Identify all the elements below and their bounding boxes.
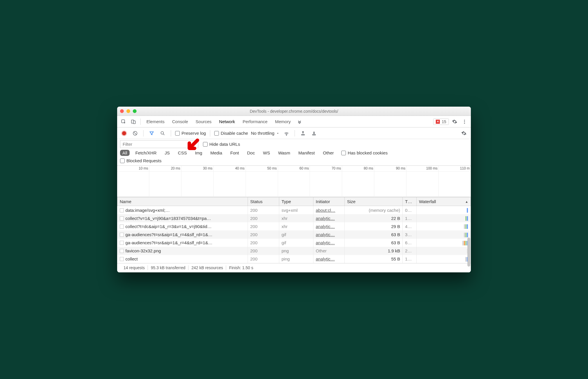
type-filter-all[interactable]: All	[120, 150, 130, 156]
network-conditions-icon[interactable]	[282, 129, 291, 137]
search-icon[interactable]	[159, 129, 167, 137]
tab-memory[interactable]: Memory	[272, 116, 294, 127]
cell-waterfall	[417, 239, 471, 247]
status-finish: Finish: 1.50 s	[226, 265, 256, 270]
cell-initiator[interactable]: analytic…	[313, 255, 345, 263]
checkbox-icon	[214, 131, 219, 136]
column-header-t[interactable]: T…	[403, 197, 417, 206]
kebab-menu-icon[interactable]	[460, 118, 469, 126]
disable-cache-label: Disable cache	[221, 131, 248, 136]
devtools-window: DevTools - developer.chrome.com/docs/dev…	[117, 107, 471, 272]
table-row[interactable]: favicon-32x32.png200pngOther1.9 kB2…	[117, 247, 471, 255]
waterfall-bar	[464, 233, 465, 237]
error-count-badge[interactable]: ✕ 15	[433, 119, 449, 125]
table-row[interactable]: ga-audiences?t=sr&aip=1&_r=4&slf_rd=1&…2…	[117, 239, 471, 247]
type-filter-wasm[interactable]: Wasm	[276, 150, 293, 156]
column-header-name[interactable]: Name	[117, 197, 248, 206]
settings-gear-icon[interactable]	[451, 118, 459, 126]
waterfall-bar	[467, 233, 468, 237]
blocked-requests-checkbox[interactable]: Blocked Requests	[120, 158, 161, 163]
timeline-tick: 50 ms	[246, 166, 278, 171]
cell-time: 3…	[403, 230, 417, 238]
requests-table: NameStatusTypeInitiatorSizeT…Waterfall▲ …	[117, 197, 471, 263]
more-tabs-icon[interactable]	[295, 118, 304, 126]
record-icon	[122, 131, 126, 135]
sort-indicator-icon: ▲	[465, 200, 468, 203]
record-button[interactable]	[120, 129, 128, 137]
file-icon	[120, 225, 124, 229]
file-icon	[120, 249, 124, 253]
tab-network[interactable]: Network	[216, 116, 238, 127]
type-filter-manifest[interactable]: Manifest	[296, 150, 317, 156]
export-har-icon[interactable]	[310, 129, 318, 137]
error-count: 15	[442, 119, 446, 124]
table-row[interactable]: data:image/svg+xml;…200svg+xmlabout:cl…(…	[117, 206, 471, 214]
cell-waterfall	[417, 255, 471, 263]
type-filter-media[interactable]: Media	[208, 150, 224, 156]
window-zoom-button[interactable]	[133, 109, 137, 113]
cell-name: data:image/svg+xml;…	[117, 206, 248, 214]
throttling-dropdown[interactable]: No throttling	[251, 131, 280, 136]
requests-table-wrap: NameStatusTypeInitiatorSizeT…Waterfall▲ …	[117, 197, 471, 263]
cell-initiator[interactable]: analytic…	[313, 222, 345, 230]
table-row[interactable]: collect200pinganalytic…55 B1…	[117, 255, 471, 263]
import-har-icon[interactable]	[299, 129, 307, 137]
cell-initiator[interactable]: analytic…	[313, 214, 345, 222]
waterfall-bar	[467, 208, 468, 213]
preserve-log-checkbox[interactable]: Preserve log	[175, 131, 206, 136]
cell-status: 200	[248, 255, 279, 263]
waterfall-bar	[467, 224, 468, 229]
tab-sources[interactable]: Sources	[193, 116, 215, 127]
cell-type: xhr	[279, 222, 313, 230]
timeline-tick: 100 ms	[406, 166, 439, 171]
cell-type: xhr	[279, 214, 313, 222]
timeline-overview[interactable]: 10 ms20 ms30 ms40 ms50 ms60 ms70 ms80 ms…	[117, 166, 471, 197]
tab-elements[interactable]: Elements	[144, 116, 168, 127]
column-header-waterfall[interactable]: Waterfall▲	[417, 197, 471, 206]
window-close-button[interactable]	[120, 109, 124, 113]
timeline-tick: 60 ms	[278, 166, 310, 171]
cell-initiator[interactable]: analytic…	[313, 239, 345, 247]
waterfall-bar	[464, 241, 465, 245]
column-header-initiator[interactable]: Initiator	[313, 197, 345, 206]
column-header-size[interactable]: Size	[345, 197, 403, 206]
cell-type: ping	[279, 255, 313, 263]
cell-initiator[interactable]: about:cl…	[313, 206, 345, 214]
disable-cache-checkbox[interactable]: Disable cache	[214, 131, 248, 136]
hide-data-urls-checkbox[interactable]: Hide data URLs	[203, 142, 240, 147]
table-row[interactable]: ga-audiences?t=sr&aip=1&_r=4&slf_rd=1&…2…	[117, 230, 471, 238]
column-header-status[interactable]: Status	[248, 197, 279, 206]
cell-time: 4…	[403, 222, 417, 230]
network-settings-gear-icon[interactable]	[460, 129, 468, 137]
tab-performance[interactable]: Performance	[240, 116, 271, 127]
tab-console[interactable]: Console	[169, 116, 191, 127]
type-filter-other[interactable]: Other	[321, 150, 336, 156]
timeline-tick: 40 ms	[214, 166, 246, 171]
column-header-type[interactable]: Type	[279, 197, 313, 206]
clear-button[interactable]	[131, 129, 139, 137]
window-minimize-button[interactable]	[126, 109, 130, 113]
cell-waterfall	[417, 230, 471, 238]
cell-type: gif	[279, 239, 313, 247]
cell-time: 6…	[403, 239, 417, 247]
type-filter-ws[interactable]: WS	[261, 150, 272, 156]
svg-point-7	[161, 132, 164, 134]
cell-name: collect?v=1&_v=j90&a=1837457034&t=pa…	[117, 214, 248, 222]
type-filter-js[interactable]: JS	[162, 150, 172, 156]
cell-name: collect?t=dc&aip=1&_r=3&v=1&_v=j90&tid…	[117, 222, 248, 230]
cell-size: 55 B	[345, 255, 403, 263]
cell-type: png	[279, 247, 313, 255]
cell-initiator[interactable]: analytic…	[313, 230, 345, 238]
type-filter-doc[interactable]: Doc	[245, 150, 257, 156]
filter-toggle-icon[interactable]	[148, 129, 156, 137]
type-filter-font[interactable]: Font	[228, 150, 241, 156]
blocked-requests-row: Blocked Requests	[117, 157, 471, 166]
type-filter-fetchxhr[interactable]: Fetch/XHR	[133, 150, 159, 156]
inspect-element-icon[interactable]	[119, 118, 128, 126]
toggle-device-toolbar-icon[interactable]	[129, 118, 137, 126]
cell-size: 1.9 kB	[345, 247, 403, 255]
table-row[interactable]: collect?t=dc&aip=1&_r=3&v=1&_v=j90&tid…2…	[117, 222, 471, 230]
has-blocked-cookies-checkbox[interactable]: Has blocked cookies	[341, 150, 388, 155]
table-row[interactable]: collect?v=1&_v=j90&a=1837457034&t=pa…200…	[117, 214, 471, 222]
scrollbar-thumb[interactable]	[467, 238, 470, 267]
